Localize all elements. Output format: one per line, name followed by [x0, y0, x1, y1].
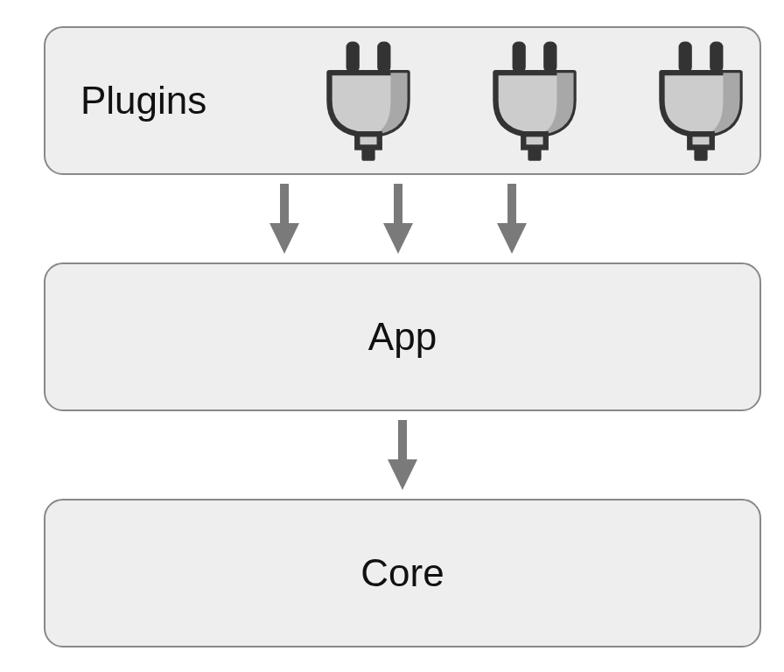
svg-marker-17: [497, 223, 527, 254]
svg-marker-15: [383, 223, 413, 254]
svg-marker-19: [388, 459, 417, 490]
svg-rect-11: [695, 147, 708, 160]
core-label: Core: [360, 551, 444, 595]
arrow-app-to-core: [44, 411, 761, 499]
arrow-down-icon: [490, 179, 534, 258]
svg-rect-8: [679, 42, 692, 74]
plug-icons-row: [312, 39, 758, 162]
plugins-box: Plugins: [44, 26, 761, 175]
svg-rect-1: [377, 42, 390, 74]
svg-rect-7: [528, 147, 542, 160]
arrow-down-icon: [376, 179, 420, 258]
app-box: App: [44, 262, 761, 411]
svg-rect-6: [524, 134, 546, 147]
arrow-down-icon: [381, 416, 424, 494]
svg-rect-0: [346, 42, 360, 74]
arrows-plugins-to-app: [44, 175, 761, 262]
svg-rect-5: [543, 42, 556, 74]
svg-marker-13: [270, 223, 299, 254]
svg-rect-3: [362, 147, 375, 160]
app-label: App: [368, 315, 437, 359]
plug-icon: [478, 39, 592, 162]
core-box: Core: [44, 499, 761, 648]
svg-rect-2: [358, 134, 380, 147]
svg-rect-9: [710, 42, 723, 74]
plug-icon: [644, 39, 758, 162]
svg-rect-10: [690, 134, 712, 147]
plugins-label: Plugins: [80, 79, 206, 122]
svg-rect-4: [513, 42, 526, 74]
arrow-down-icon: [262, 179, 306, 258]
plug-icon: [312, 39, 425, 162]
diagram: Plugins: [44, 26, 761, 648]
